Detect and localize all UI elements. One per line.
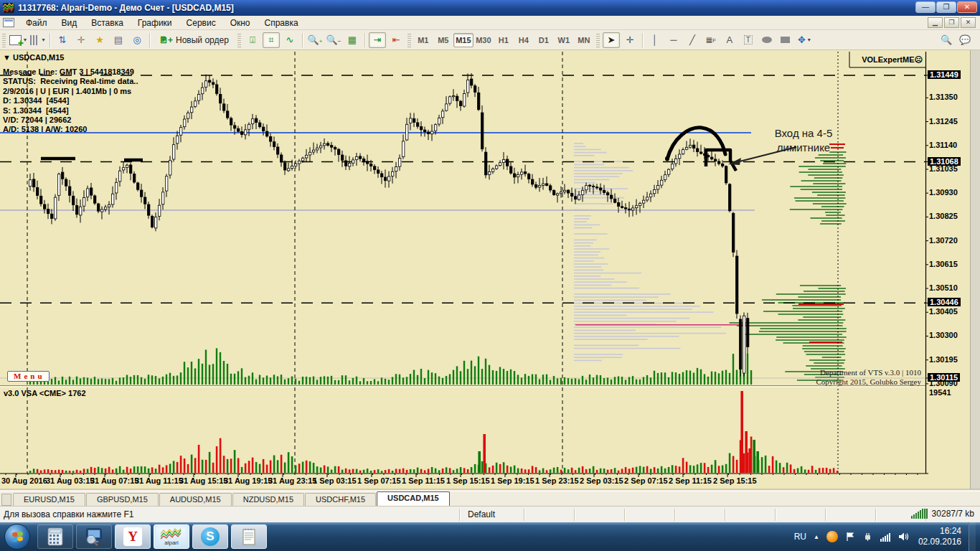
safely-remove-icon[interactable] <box>862 532 872 542</box>
minimize-button[interactable]: — <box>915 1 936 13</box>
toolbar-drag-handle-4[interactable] <box>596 33 600 47</box>
fibonacci-tool-button[interactable]: ▦F <box>702 32 720 48</box>
arrows-tool-button[interactable]: ✥▾ <box>796 32 813 48</box>
new-chart-button[interactable]: ▾ <box>9 32 27 48</box>
navigator-button[interactable]: ★ <box>91 32 108 48</box>
ellipse-tool-button[interactable] <box>758 32 776 48</box>
search-computer-icon[interactable] <box>76 524 112 549</box>
alpari-tray-icon[interactable] <box>826 531 838 542</box>
chart-info-line-2: 2/9/2016 | U | EUR | 1.401Mb | 0 ms <box>3 87 131 95</box>
market-watch-button[interactable]: ⇅ <box>54 32 71 48</box>
close-button[interactable]: ✕ <box>957 1 977 13</box>
alpari-terminal-icon[interactable]: alpari <box>154 524 189 549</box>
rectangle-tool-button[interactable] <box>777 32 794 48</box>
status-profile-name[interactable]: Default <box>468 509 495 519</box>
timeframe-h1-button[interactable]: H1 <box>494 33 514 47</box>
toolbar-drag-handle[interactable] <box>2 33 6 47</box>
timeframe-w1-button[interactable]: W1 <box>554 33 574 47</box>
price-axis-label: 1.30300 <box>929 331 958 339</box>
tile-windows-button[interactable]: ▦ <box>344 32 361 48</box>
tray-expand-icon[interactable]: ▲ <box>814 534 819 540</box>
language-indicator[interactable]: RU <box>794 532 806 542</box>
text-tool-button[interactable]: A <box>721 32 738 48</box>
chart-tab-usdcad[interactable]: USDCAD,M15 <box>377 491 450 506</box>
profiles-button[interactable]: ▾ <box>29 32 46 48</box>
chat-icon[interactable]: 💬 <box>956 32 974 48</box>
volume-icon[interactable] <box>898 532 909 542</box>
crosshair-tool-button[interactable]: ✛ <box>621 32 639 48</box>
bar-chart-mode-button[interactable]: ⍗ <box>244 32 261 48</box>
terminal-button[interactable]: ▤ <box>110 32 127 48</box>
chart-tab-gbpusd[interactable]: GBPUSD,M15 <box>86 493 159 506</box>
chart-shift-button[interactable]: ⇤ <box>387 32 405 48</box>
show-desktop-button[interactable] <box>969 522 976 551</box>
timeframe-h4-button[interactable]: H4 <box>514 33 534 47</box>
calculator-icon[interactable] <box>37 524 73 549</box>
mdi-minimize-button[interactable]: ▁ <box>928 17 943 28</box>
start-button[interactable] <box>4 524 30 550</box>
chart-window-icon[interactable] <box>3 18 14 27</box>
timeframe-m30-button[interactable]: M30 <box>473 33 494 47</box>
notepad-icon[interactable] <box>231 524 267 549</box>
mdi-restore-button[interactable]: ❐ <box>944 17 959 28</box>
sad-face-icon: ☹ <box>915 55 923 64</box>
timeframe-m15-button[interactable]: M15 <box>453 33 473 47</box>
menu-0[interactable]: Файл <box>19 17 55 29</box>
copyright-line-2: Copyright 2015, Golubko Sergey <box>816 377 921 386</box>
network-signal-icon[interactable] <box>880 532 891 542</box>
title-bar[interactable]: 11317768: Alpari-Demo - Демо Счет - [USD… <box>0 0 980 16</box>
mdi-close-button[interactable]: ✕ <box>961 17 976 28</box>
chart-tab-nzdusd[interactable]: NZDUSD,M15 <box>232 493 304 506</box>
toolbar-drag-handle-3[interactable] <box>407 33 411 47</box>
toolbar-drag-handle-2[interactable] <box>237 33 241 47</box>
time-axis-label: 31 Aug 19:15 <box>224 476 272 485</box>
price-axis-label: 1.30405 <box>929 307 958 316</box>
maximize-button[interactable]: ❐ <box>936 1 956 13</box>
chart-symbol-label[interactable]: ▼ USDCAD,M15 <box>3 53 64 62</box>
timeframe-d1-button[interactable]: D1 <box>534 33 554 47</box>
text-label-tool-button[interactable]: T <box>740 32 757 48</box>
action-center-flag-icon[interactable] <box>845 532 855 542</box>
menu-6[interactable]: Справка <box>258 17 306 29</box>
time-axis-label: 31 Aug 11:15 <box>135 476 183 485</box>
zoom-out-button[interactable]: 🔍− <box>325 32 342 48</box>
collapse-arrow-icon[interactable]: ▼ <box>3 53 11 62</box>
timeframe-m5-button[interactable]: M5 <box>433 33 453 47</box>
trendline-tool-button[interactable]: ╱ <box>684 32 701 48</box>
toolbar: ▾ ▾ ⇅ ✛ ★ ▤ ◎ 🖹+ Новый ордер ⍗ ⌗ ∿ 🔍+ 🔍−… <box>0 30 980 50</box>
clock[interactable]: 16:24 02.09.2016 <box>918 526 961 547</box>
price-axis-label: 1.30825 <box>929 212 958 220</box>
candlestick-mode-button[interactable]: ⌗ <box>263 32 280 48</box>
window-scrollbar[interactable] <box>970 50 980 489</box>
tab-scroll-button[interactable] <box>1 494 11 506</box>
horizontal-line-tool-button[interactable]: ─ <box>665 32 682 48</box>
chart-plot-area[interactable] <box>0 50 970 489</box>
price-axis-label: 1.30615 <box>929 260 958 268</box>
expert-menu-button[interactable]: Menu <box>7 371 50 382</box>
new-order-button[interactable]: 🖹+ Новый ордер <box>153 32 235 48</box>
menu-2[interactable]: Вставка <box>84 17 131 29</box>
chart-tab-usdchf[interactable]: USDCHF,M15 <box>305 493 376 506</box>
strategy-tester-button[interactable]: ◎ <box>128 32 146 48</box>
line-chart-mode-button[interactable]: ∿ <box>281 32 298 48</box>
menu-1[interactable]: Вид <box>55 17 85 29</box>
mt4-logo-icon <box>3 3 14 13</box>
zoom-in-button[interactable]: 🔍+ <box>306 32 324 48</box>
menu-3[interactable]: Графики <box>131 17 179 29</box>
vertical-line-tool-button[interactable]: │ <box>646 32 664 48</box>
search-icon[interactable]: 🔍 <box>938 32 955 48</box>
menu-5[interactable]: Окно <box>223 17 258 29</box>
desktop: 11317768: Alpari-Demo - Демо Счет - [USD… <box>0 0 980 551</box>
skype-icon[interactable]: S <box>192 524 228 549</box>
auto-scroll-button[interactable]: ⇥ <box>369 32 386 48</box>
chart-tab-eurusd[interactable]: EURUSD,M15 <box>13 493 85 506</box>
chart-tab-audusd[interactable]: AUDUSD,M15 <box>159 493 232 506</box>
chart-info-line-4: S: 1.30344 [4544] <box>3 106 69 115</box>
menu-4[interactable]: Сервис <box>179 17 223 29</box>
yandex-browser-icon[interactable]: Y <box>115 524 151 549</box>
data-window-button[interactable]: ✛ <box>72 32 90 48</box>
cursor-tool-button[interactable]: ➤ <box>603 32 620 48</box>
time-axis-label: 1 Sep 07:15 <box>357 476 401 485</box>
timeframe-m1-button[interactable]: M1 <box>413 33 433 47</box>
timeframe-mn-button[interactable]: MN <box>574 33 594 47</box>
